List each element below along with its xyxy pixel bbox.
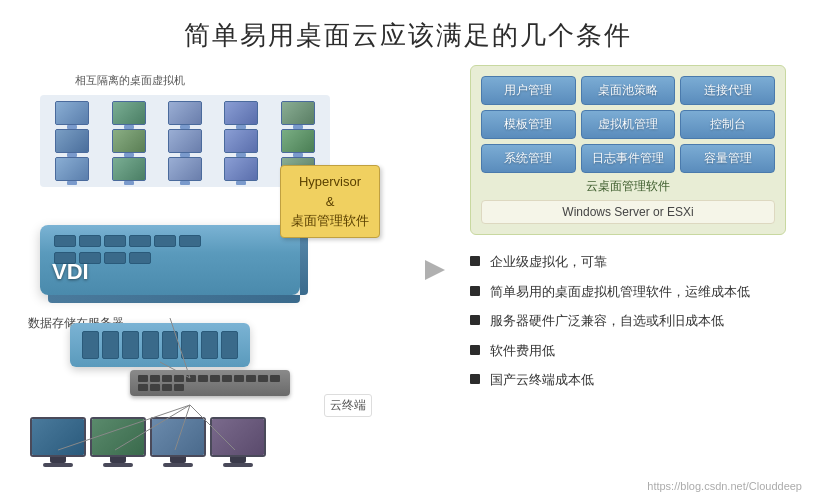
right-panel: 用户管理 桌面池策略 连接代理 模板管理 虚拟机管理 控制台 系统管理 日志事件… <box>470 65 786 475</box>
switch-port <box>222 375 232 382</box>
storage-drive <box>122 331 139 359</box>
terminal-base <box>43 463 73 467</box>
feature-item-5: 国产云终端成本低 <box>470 365 786 395</box>
switch-port <box>198 375 208 382</box>
drive <box>129 235 151 247</box>
drive-row <box>54 235 286 247</box>
switch-port <box>162 375 172 382</box>
switch-port <box>150 375 160 382</box>
bullet-3 <box>470 315 480 325</box>
drive <box>104 252 126 264</box>
storage-drive <box>102 331 119 359</box>
vdi-server: VDI <box>40 225 300 295</box>
vm-item <box>46 129 98 153</box>
storage-drive <box>162 331 179 359</box>
storage-drive <box>142 331 159 359</box>
vm-item <box>46 157 98 181</box>
feature-text-1: 企业级虚拟化，可靠 <box>490 252 607 272</box>
arrow-svg <box>420 240 450 300</box>
mgmt-btn-template[interactable]: 模板管理 <box>481 110 576 139</box>
switch-port <box>246 375 256 382</box>
storage-drive <box>221 331 238 359</box>
terminal-monitor <box>90 417 146 457</box>
drive <box>79 235 101 247</box>
mgmt-btn-console[interactable]: 控制台 <box>680 110 775 139</box>
mgmt-btn-proxy[interactable]: 连接代理 <box>680 76 775 105</box>
vm-item <box>159 101 211 125</box>
switch-port <box>138 375 148 382</box>
vm-item <box>159 157 211 181</box>
terminal-monitor <box>210 417 266 457</box>
mgmt-btn-pool[interactable]: 桌面池策略 <box>581 76 676 105</box>
feature-item-3: 服务器硬件广泛兼容，自选或利旧成本低 <box>470 306 786 336</box>
features-list: 企业级虚拟化，可靠 简单易用的桌面虚拟机管理软件，运维成本低 服务器硬件广泛兼容… <box>470 247 786 395</box>
server-bottom <box>48 295 300 303</box>
bullet-4 <box>470 345 480 355</box>
switch-chassis <box>130 370 290 396</box>
bullet-5 <box>470 374 480 384</box>
vm-item <box>159 129 211 153</box>
vm-item <box>102 129 154 153</box>
vm-item <box>215 129 267 153</box>
mgmt-btn-capacity[interactable]: 容量管理 <box>680 144 775 173</box>
terminal-base <box>223 463 253 467</box>
switch-port <box>174 384 184 391</box>
terminal-2 <box>90 417 146 467</box>
feature-item-2: 简单易用的桌面虚拟机管理软件，运维成本低 <box>470 277 786 307</box>
mgmt-btn-vm[interactable]: 虚拟机管理 <box>581 110 676 139</box>
terminal-base <box>103 463 133 467</box>
storage-drives <box>82 331 238 359</box>
drive <box>129 252 151 264</box>
hypervisor-label: Hypervisor & 桌面管理软件 <box>280 165 380 238</box>
main-content: 相互隔离的桌面虚拟机 <box>0 65 816 475</box>
mgmt-btn-user[interactable]: 用户管理 <box>481 76 576 105</box>
svg-marker-6 <box>425 260 445 280</box>
switch-port <box>162 384 172 391</box>
page-title: 简单易用桌面云应该满足的几个条件 <box>0 0 816 65</box>
cloud-terminal-label: 云终端 <box>324 394 372 417</box>
feature-item-4: 软件费用低 <box>470 336 786 366</box>
switch-port <box>186 375 196 382</box>
terminal-base <box>163 463 193 467</box>
vdi-label: VDI <box>52 259 89 285</box>
switch-port <box>234 375 244 382</box>
switch-port <box>258 375 268 382</box>
network-switch <box>130 370 290 396</box>
vm-item <box>272 129 324 153</box>
terminal-1 <box>30 417 86 467</box>
storage-drive <box>181 331 198 359</box>
terminal-3 <box>150 417 206 467</box>
storage-drive <box>82 331 99 359</box>
mgmt-btn-log[interactable]: 日志事件管理 <box>581 144 676 173</box>
terminal-monitor <box>30 417 86 457</box>
mgmt-btn-sys[interactable]: 系统管理 <box>481 144 576 173</box>
switch-port <box>270 375 280 382</box>
watermark: https://blog.csdn.net/Clouddeep <box>647 480 802 492</box>
vm-item <box>102 101 154 125</box>
terminal-4 <box>210 417 266 467</box>
vm-item <box>272 101 324 125</box>
storage-drive <box>201 331 218 359</box>
feature-item-1: 企业级虚拟化，可靠 <box>470 247 786 277</box>
storage-server <box>70 323 250 367</box>
feature-text-4: 软件费用低 <box>490 341 555 361</box>
vm-item <box>102 157 154 181</box>
mgmt-bottom-label: 云桌面管理软件 <box>481 178 775 195</box>
mgmt-panel: 用户管理 桌面池策略 连接代理 模板管理 虚拟机管理 控制台 系统管理 日志事件… <box>470 65 786 235</box>
feature-text-3: 服务器硬件广泛兼容，自选或利旧成本低 <box>490 311 724 331</box>
drive <box>154 235 176 247</box>
vm-item <box>46 101 98 125</box>
bullet-1 <box>470 256 480 266</box>
switch-port <box>174 375 184 382</box>
switch-port <box>210 375 220 382</box>
drive <box>104 235 126 247</box>
storage-chassis <box>70 323 250 367</box>
mgmt-grid: 用户管理 桌面池策略 连接代理 模板管理 虚拟机管理 控制台 系统管理 日志事件… <box>481 76 775 173</box>
switch-port <box>150 384 160 391</box>
terminal-monitor <box>150 417 206 457</box>
server-chassis: VDI <box>40 225 300 295</box>
vm-item <box>215 101 267 125</box>
windows-server-label: Windows Server or ESXi <box>481 200 775 224</box>
arrow-connector <box>420 65 450 475</box>
switch-port <box>138 384 148 391</box>
